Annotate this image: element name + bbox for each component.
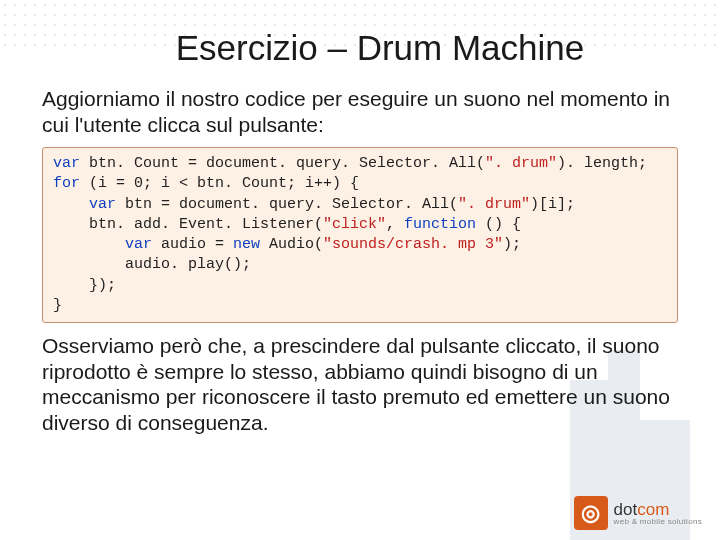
code-token: audio = [152,236,233,253]
code-token: ". drum" [485,155,557,172]
logo-tagline: web & mobile solutions [614,518,702,526]
code-token: for [53,175,80,192]
code-token: btn = document. query. Selector. All( [116,196,458,213]
code-block: var btn. Count = document. query. Select… [42,147,678,323]
code-token: "sounds/crash. mp 3" [323,236,503,253]
code-token: btn. Count = document. query. Selector. … [80,155,485,172]
code-token: }); [53,277,116,294]
code-token: var [53,155,80,172]
code-token: () { [476,216,521,233]
code-token: var [53,236,152,253]
code-token: function [404,216,476,233]
logo-icon: ◎ [574,496,608,530]
code-token: audio. play(); [53,256,251,273]
code-token: )[i]; [530,196,575,213]
code-token: Audio( [260,236,323,253]
code-token: ). length; [557,155,647,172]
code-token: (i = 0; i < btn. Count; i++) { [80,175,359,192]
logo-text: dotcom [614,501,702,518]
intro-text: Aggiorniamo il nostro codice per eseguir… [42,86,678,137]
slide-title: Esercizio – Drum Machine [42,28,678,68]
code-token: var [53,196,116,213]
outro-text: Osserviamo però che, a prescindere dal p… [42,333,678,435]
code-token: btn. add. Event. Listener( [53,216,323,233]
footer-logo: ◎ dotcom web & mobile solutions [574,496,702,530]
code-token: , [386,216,404,233]
code-token: "click" [323,216,386,233]
code-token: ". drum" [458,196,530,213]
code-token: new [233,236,260,253]
code-token: } [53,297,62,314]
code-token: ); [503,236,521,253]
